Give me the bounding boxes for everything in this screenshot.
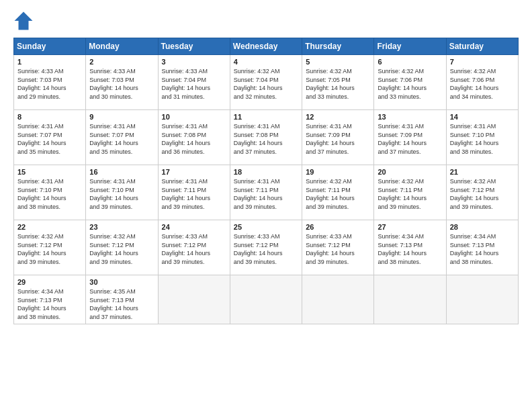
calendar-cell: 2 Sunrise: 4:33 AMSunset: 7:03 PMDayligh…	[86, 55, 158, 110]
day-info: Sunrise: 4:33 AMSunset: 7:12 PMDaylight:…	[162, 232, 227, 266]
calendar-header-wednesday: Wednesday	[230, 38, 302, 55]
day-info: Sunrise: 4:31 AMSunset: 7:11 PMDaylight:…	[162, 177, 227, 211]
calendar-cell: 25 Sunrise: 4:33 AMSunset: 7:12 PMDaylig…	[230, 220, 302, 275]
calendar-cell: 1 Sunrise: 4:33 AMSunset: 7:03 PMDayligh…	[14, 55, 86, 110]
calendar-cell: 29 Sunrise: 4:34 AMSunset: 7:13 PMDaylig…	[14, 275, 86, 324]
svg-marker-0	[15, 12, 33, 30]
day-info: Sunrise: 4:31 AMSunset: 7:11 PMDaylight:…	[234, 177, 299, 211]
day-number: 20	[378, 168, 443, 176]
day-info: Sunrise: 4:31 AMSunset: 7:10 PMDaylight:…	[17, 177, 83, 211]
day-info: Sunrise: 4:32 AMSunset: 7:06 PMDaylight:…	[450, 67, 515, 101]
calendar-cell	[230, 275, 302, 324]
day-number: 14	[450, 113, 515, 121]
day-number: 22	[17, 223, 83, 231]
day-number: 6	[378, 58, 443, 66]
calendar-cell	[158, 275, 230, 324]
day-info: Sunrise: 4:32 AMSunset: 7:04 PMDaylight:…	[234, 67, 299, 101]
calendar-cell: 11 Sunrise: 4:31 AMSunset: 7:08 PMDaylig…	[230, 110, 302, 165]
day-number: 23	[89, 223, 154, 231]
day-number: 2	[89, 58, 154, 66]
calendar-cell: 16 Sunrise: 4:31 AMSunset: 7:10 PMDaylig…	[86, 165, 158, 220]
day-number: 21	[450, 168, 515, 176]
day-number: 25	[234, 223, 299, 231]
day-number: 12	[306, 113, 371, 121]
day-info: Sunrise: 4:32 AMSunset: 7:12 PMDaylight:…	[17, 232, 83, 266]
logo-icon	[13, 11, 34, 31]
calendar-header-monday: Monday	[86, 38, 158, 55]
calendar-cell	[374, 275, 446, 324]
calendar-table: SundayMondayTuesdayWednesdayThursdayFrid…	[13, 38, 519, 324]
day-info: Sunrise: 4:34 AMSunset: 7:13 PMDaylight:…	[378, 232, 443, 266]
day-info: Sunrise: 4:32 AMSunset: 7:12 PMDaylight:…	[450, 177, 515, 211]
calendar-cell: 3 Sunrise: 4:33 AMSunset: 7:04 PMDayligh…	[158, 55, 230, 110]
day-info: Sunrise: 4:31 AMSunset: 7:07 PMDaylight:…	[17, 122, 83, 156]
day-number: 3	[162, 58, 227, 66]
calendar-cell: 12 Sunrise: 4:31 AMSunset: 7:09 PMDaylig…	[302, 110, 374, 165]
day-number: 1	[17, 58, 83, 66]
logo	[13, 11, 36, 31]
day-info: Sunrise: 4:33 AMSunset: 7:03 PMDaylight:…	[17, 67, 83, 101]
calendar-header-saturday: Saturday	[446, 38, 518, 55]
day-info: Sunrise: 4:33 AMSunset: 7:12 PMDaylight:…	[306, 232, 371, 266]
calendar-cell: 10 Sunrise: 4:31 AMSunset: 7:08 PMDaylig…	[158, 110, 230, 165]
day-number: 16	[89, 168, 154, 176]
day-info: Sunrise: 4:33 AMSunset: 7:12 PMDaylight:…	[234, 232, 299, 266]
day-info: Sunrise: 4:31 AMSunset: 7:10 PMDaylight:…	[450, 122, 515, 156]
page: SundayMondayTuesdayWednesdayThursdayFrid…	[0, 0, 532, 411]
calendar-week-4: 22 Sunrise: 4:32 AMSunset: 7:12 PMDaylig…	[14, 220, 519, 275]
day-number: 27	[378, 223, 443, 231]
calendar-cell: 5 Sunrise: 4:32 AMSunset: 7:05 PMDayligh…	[302, 55, 374, 110]
calendar-cell: 22 Sunrise: 4:32 AMSunset: 7:12 PMDaylig…	[14, 220, 86, 275]
calendar-cell: 4 Sunrise: 4:32 AMSunset: 7:04 PMDayligh…	[230, 55, 302, 110]
calendar-cell: 23 Sunrise: 4:32 AMSunset: 7:12 PMDaylig…	[86, 220, 158, 275]
calendar-cell	[446, 275, 518, 324]
calendar-week-5: 29 Sunrise: 4:34 AMSunset: 7:13 PMDaylig…	[14, 275, 519, 324]
calendar-week-1: 1 Sunrise: 4:33 AMSunset: 7:03 PMDayligh…	[14, 55, 519, 110]
day-number: 5	[306, 58, 371, 66]
calendar-cell: 28 Sunrise: 4:34 AMSunset: 7:13 PMDaylig…	[446, 220, 518, 275]
day-info: Sunrise: 4:31 AMSunset: 7:08 PMDaylight:…	[162, 122, 227, 156]
day-info: Sunrise: 4:32 AMSunset: 7:11 PMDaylight:…	[378, 177, 443, 211]
day-number: 10	[162, 113, 227, 121]
calendar-header-row: SundayMondayTuesdayWednesdayThursdayFrid…	[14, 38, 519, 55]
day-info: Sunrise: 4:35 AMSunset: 7:13 PMDaylight:…	[89, 287, 154, 321]
calendar-cell: 20 Sunrise: 4:32 AMSunset: 7:11 PMDaylig…	[374, 165, 446, 220]
calendar-cell: 21 Sunrise: 4:32 AMSunset: 7:12 PMDaylig…	[446, 165, 518, 220]
header	[13, 11, 519, 31]
calendar-cell: 8 Sunrise: 4:31 AMSunset: 7:07 PMDayligh…	[14, 110, 86, 165]
calendar-cell: 7 Sunrise: 4:32 AMSunset: 7:06 PMDayligh…	[446, 55, 518, 110]
day-info: Sunrise: 4:33 AMSunset: 7:04 PMDaylight:…	[162, 67, 227, 101]
day-info: Sunrise: 4:32 AMSunset: 7:11 PMDaylight:…	[306, 177, 371, 211]
calendar-header-tuesday: Tuesday	[158, 38, 230, 55]
day-info: Sunrise: 4:34 AMSunset: 7:13 PMDaylight:…	[450, 232, 515, 266]
day-number: 8	[17, 113, 83, 121]
calendar-header-friday: Friday	[374, 38, 446, 55]
calendar-cell: 26 Sunrise: 4:33 AMSunset: 7:12 PMDaylig…	[302, 220, 374, 275]
day-info: Sunrise: 4:32 AMSunset: 7:12 PMDaylight:…	[89, 232, 154, 266]
day-number: 19	[306, 168, 371, 176]
calendar-cell: 17 Sunrise: 4:31 AMSunset: 7:11 PMDaylig…	[158, 165, 230, 220]
day-number: 24	[162, 223, 227, 231]
calendar-cell: 19 Sunrise: 4:32 AMSunset: 7:11 PMDaylig…	[302, 165, 374, 220]
day-number: 18	[234, 168, 299, 176]
calendar-cell: 9 Sunrise: 4:31 AMSunset: 7:07 PMDayligh…	[86, 110, 158, 165]
day-number: 11	[234, 113, 299, 121]
day-number: 17	[162, 168, 227, 176]
day-info: Sunrise: 4:33 AMSunset: 7:03 PMDaylight:…	[89, 67, 154, 101]
calendar-cell: 30 Sunrise: 4:35 AMSunset: 7:13 PMDaylig…	[86, 275, 158, 324]
calendar-cell: 13 Sunrise: 4:31 AMSunset: 7:09 PMDaylig…	[374, 110, 446, 165]
calendar-cell	[302, 275, 374, 324]
calendar-cell: 14 Sunrise: 4:31 AMSunset: 7:10 PMDaylig…	[446, 110, 518, 165]
day-number: 26	[306, 223, 371, 231]
calendar-body: 1 Sunrise: 4:33 AMSunset: 7:03 PMDayligh…	[14, 55, 519, 324]
day-info: Sunrise: 4:31 AMSunset: 7:08 PMDaylight:…	[234, 122, 299, 156]
calendar-cell: 15 Sunrise: 4:31 AMSunset: 7:10 PMDaylig…	[14, 165, 86, 220]
calendar-week-3: 15 Sunrise: 4:31 AMSunset: 7:10 PMDaylig…	[14, 165, 519, 220]
day-number: 28	[450, 223, 515, 231]
day-number: 30	[89, 278, 154, 286]
day-info: Sunrise: 4:31 AMSunset: 7:09 PMDaylight:…	[378, 122, 443, 156]
day-info: Sunrise: 4:32 AMSunset: 7:05 PMDaylight:…	[306, 67, 371, 101]
day-number: 13	[378, 113, 443, 121]
day-number: 4	[234, 58, 299, 66]
calendar-cell: 27 Sunrise: 4:34 AMSunset: 7:13 PMDaylig…	[374, 220, 446, 275]
